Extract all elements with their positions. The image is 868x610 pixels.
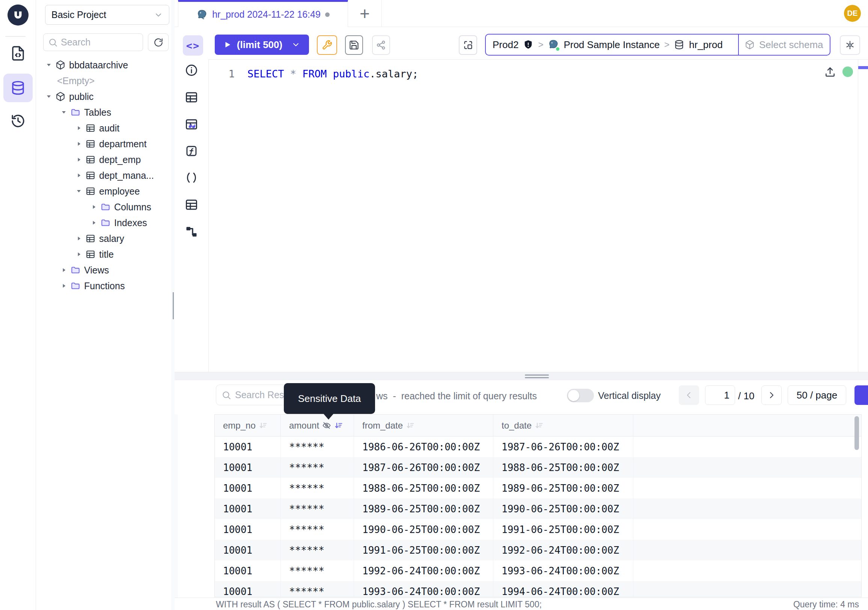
- table-cell[interactable]: 1986-06-26T00:00:00Z: [354, 436, 493, 457]
- table-cell[interactable]: 10001: [215, 436, 281, 457]
- caret-right-icon[interactable]: [90, 219, 98, 227]
- caret-right-icon[interactable]: [75, 172, 82, 179]
- tree-item-bbdataarchive[interactable]: bbdataarchive: [36, 57, 169, 73]
- table-cell[interactable]: ******: [281, 519, 354, 540]
- code-view-button[interactable]: <>: [183, 35, 203, 56]
- caret-right-icon[interactable]: [75, 140, 82, 147]
- table-cell[interactable]: 1987-06-26T00:00:00Z: [354, 457, 493, 478]
- table-cell[interactable]: 1988-06-25T00:00:00Z: [354, 478, 493, 498]
- tree-item-title[interactable]: title: [36, 247, 169, 262]
- caret-down-icon[interactable]: [45, 61, 53, 69]
- table-cell[interactable]: 10001: [215, 498, 281, 519]
- table-cell[interactable]: 1992-06-24T00:00:00Z: [493, 540, 633, 560]
- sort-icon[interactable]: [406, 421, 415, 430]
- table-cell[interactable]: 1991-06-25T00:00:00Z: [354, 540, 493, 560]
- vertical-display-toggle[interactable]: [567, 389, 594, 402]
- table-cell[interactable]: 10001: [215, 478, 281, 498]
- project-select[interactable]: Basic Project: [45, 5, 169, 25]
- column-header-to_date[interactable]: to_date: [493, 415, 633, 436]
- tree-item--empty-[interactable]: <Empty>: [36, 73, 169, 88]
- select-schema[interactable]: Select schema: [738, 34, 830, 55]
- nav-history-item[interactable]: [3, 107, 33, 135]
- tree-item-indexes[interactable]: Indexes: [36, 215, 169, 231]
- page-size-button[interactable]: 50 / page: [787, 385, 846, 405]
- table-cell[interactable]: 1992-06-24T00:00:00Z: [354, 560, 493, 581]
- caret-right-icon[interactable]: [60, 282, 68, 290]
- table-cell[interactable]: 1993-06-24T00:00:00Z: [493, 560, 633, 581]
- connection-path[interactable]: Prod2 > Prod Sample Instance > hr_prod: [486, 34, 738, 55]
- sidebar-search-input[interactable]: [61, 37, 138, 48]
- table-detail-icon[interactable]: [185, 90, 198, 104]
- caret-down-icon[interactable]: [45, 93, 53, 100]
- tree-item-department[interactable]: department: [36, 136, 169, 152]
- table-cell[interactable]: 1989-06-25T00:00:00Z: [354, 498, 493, 519]
- tree-item-dept-emp[interactable]: dept_emp: [36, 152, 169, 168]
- eye-off-icon[interactable]: [322, 421, 331, 430]
- tree-item-audit[interactable]: audit: [36, 120, 169, 136]
- table-cell[interactable]: 10001: [215, 581, 281, 597]
- table-cell[interactable]: 10001: [215, 519, 281, 540]
- function-icon[interactable]: [185, 144, 198, 158]
- page-number-input[interactable]: [705, 385, 735, 405]
- avatar[interactable]: DE: [844, 5, 861, 22]
- connection-breadcrumb[interactable]: Prod2 > Prod Sample Instance > hr_prod S…: [485, 34, 831, 56]
- table-cell[interactable]: ******: [281, 560, 354, 581]
- table-cell[interactable]: ******: [281, 478, 354, 498]
- caret-right-icon[interactable]: [90, 203, 98, 211]
- caret-right-icon[interactable]: [75, 124, 82, 132]
- tree-item-public[interactable]: public: [36, 88, 169, 104]
- save-sheet-button[interactable]: [345, 35, 363, 55]
- upload-icon[interactable]: [824, 66, 836, 78]
- sensitive-data-icon[interactable]: [185, 118, 198, 131]
- next-page-button[interactable]: [761, 385, 782, 405]
- caret-down-icon[interactable]: [60, 109, 68, 116]
- table-cell[interactable]: ******: [281, 457, 354, 478]
- share-button[interactable]: [372, 35, 390, 55]
- tab-hr-prod[interactable]: hr_prod 2024-11-22 16:49: [178, 0, 348, 27]
- tree-item-functions[interactable]: Functions: [36, 278, 169, 294]
- table-cell[interactable]: ******: [281, 436, 354, 457]
- column-header-from_date[interactable]: from_date: [354, 415, 493, 436]
- tree-item-salary[interactable]: salary: [36, 231, 169, 247]
- caret-right-icon[interactable]: [60, 266, 68, 274]
- tree-item-employee[interactable]: employee: [36, 183, 169, 199]
- schema-diagram-icon[interactable]: [185, 225, 198, 239]
- table-cell[interactable]: 1994-06-24T00:00:00Z: [493, 581, 633, 597]
- parameter-icon[interactable]: [185, 171, 198, 185]
- sql-editor[interactable]: 1 SELECT * FROM public.salary;: [175, 67, 418, 81]
- tree-item-columns[interactable]: Columns: [36, 199, 169, 215]
- table-cell[interactable]: 10001: [215, 457, 281, 478]
- sort-icon[interactable]: [259, 421, 268, 430]
- tree-item-tables[interactable]: Tables: [36, 104, 169, 120]
- tree-item-views[interactable]: Views: [36, 262, 169, 278]
- table-cell[interactable]: 10001: [215, 560, 281, 581]
- column-header-emp_no[interactable]: emp_no: [215, 415, 281, 436]
- table-cell[interactable]: 1993-06-24T00:00:00Z: [354, 581, 493, 597]
- prev-page-button[interactable]: [679, 385, 699, 405]
- table-cell[interactable]: 1987-06-26T00:00:00Z: [493, 436, 633, 457]
- table-cell[interactable]: 1990-06-25T00:00:00Z: [354, 519, 493, 540]
- table-icon[interactable]: [185, 198, 198, 211]
- nav-database-item[interactable]: [3, 74, 33, 102]
- bytebase-logo[interactable]: [8, 5, 28, 26]
- tree-item-dept-mana-[interactable]: dept_mana...: [36, 168, 169, 183]
- table-cell[interactable]: 1988-06-25T00:00:00Z: [493, 457, 633, 478]
- nav-worksheet-item[interactable]: [3, 39, 33, 68]
- panel-splitter[interactable]: [175, 372, 868, 380]
- sidebar-search[interactable]: [43, 33, 143, 51]
- ai-assistant-button[interactable]: [840, 35, 860, 55]
- new-tab-button[interactable]: +: [348, 0, 382, 27]
- refresh-button[interactable]: [148, 33, 169, 51]
- run-query-button[interactable]: (limit 500): [215, 34, 309, 55]
- column-header-amount[interactable]: amount: [281, 415, 354, 436]
- table-cell[interactable]: 1989-06-25T00:00:00Z: [493, 478, 633, 498]
- caret-right-icon[interactable]: [75, 250, 82, 258]
- export-button[interactable]: [854, 385, 868, 405]
- table-scrollbar-thumb[interactable]: [854, 416, 859, 450]
- caret-right-icon[interactable]: [75, 235, 82, 242]
- table-cell[interactable]: 1990-06-25T00:00:00Z: [493, 498, 633, 519]
- sql-code[interactable]: SELECT * FROM public.salary;: [247, 67, 418, 81]
- caret-right-icon[interactable]: [75, 156, 82, 163]
- query-tweak-button[interactable]: [317, 35, 337, 55]
- sort-icon[interactable]: [334, 421, 343, 430]
